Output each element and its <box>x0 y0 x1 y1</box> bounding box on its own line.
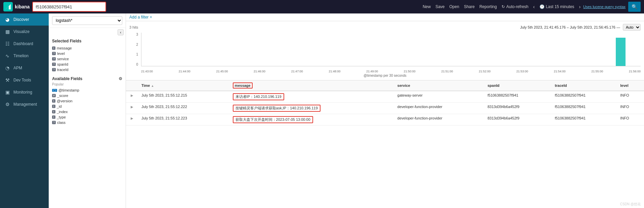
share-button[interactable]: Share <box>464 4 475 9</box>
hits-count: 3 hits <box>129 25 138 29</box>
clock-icon: 🕐 <box>540 4 545 9</box>
available-field-index[interactable]: t _index <box>52 109 122 114</box>
prev-arrow-icon[interactable]: ‹ <box>533 4 535 9</box>
available-field-id[interactable]: t _id <box>52 104 122 109</box>
table-header-traceid[interactable]: traceId <box>551 80 617 91</box>
row-0-time: July 5th 2023, 21:55:12.215 <box>138 91 229 103</box>
compass-icon: ◕ <box>5 17 10 22</box>
table-header-message[interactable]: message <box>229 80 394 91</box>
results-area: Time ▲ message service spanId traceId le… <box>126 80 644 208</box>
selected-fields-title: Selected Fields <box>52 39 122 43</box>
table-body: ▶ July 5th 2023, 21:55:12.215 来访者IP：140.… <box>126 91 644 126</box>
selected-field-level[interactable]: ? level <box>52 51 122 56</box>
interval-select[interactable]: Auto <box>623 24 641 31</box>
available-field-class[interactable]: ? class <box>52 120 122 125</box>
selected-field-spanid[interactable]: ? spanId <box>52 62 122 67</box>
reporting-button[interactable]: Reporting <box>479 4 497 9</box>
management-gear-icon: ⚙ <box>5 102 10 107</box>
selected-field-traceid[interactable]: ? traceId <box>52 67 122 72</box>
row-2-traceid: f51063882507f941 <box>551 114 617 126</box>
available-field-score[interactable]: # _score <box>52 93 122 98</box>
available-fields-gear-icon[interactable]: ⚙ <box>119 76 122 81</box>
selected-fields-section: Selected Fields t message ? level ? serv… <box>49 37 126 74</box>
field-type-q2-icon: ? <box>52 57 56 61</box>
table-header-service[interactable]: service <box>394 80 484 91</box>
field-type-t2-icon: t <box>52 99 55 103</box>
message-highlighted-0: 来访者IP：140.210.196.119 <box>233 93 284 100</box>
expand-row-2-button[interactable]: ▶ <box>129 116 135 120</box>
field-type-q4-icon: ? <box>52 68 56 71</box>
available-field-version[interactable]: t @version <box>52 98 122 104</box>
time-nav-arrows[interactable]: ‹ <box>533 4 535 9</box>
sidebar-item-management[interactable]: ⚙ Management <box>0 98 49 110</box>
sidebar-item-discover[interactable]: ◕ Discover <box>0 13 49 26</box>
next-arrow-icon[interactable]: › <box>579 4 581 9</box>
svg-marker-1 <box>5 6 9 9</box>
field-type-q5-icon: ? <box>52 121 56 124</box>
next-arrow[interactable]: › <box>579 4 581 9</box>
results-table: Time ▲ message service spanId traceId le… <box>126 80 644 126</box>
row-1-service: developer-function-provider <box>394 103 484 114</box>
table-header-spanid[interactable]: spanId <box>484 80 551 91</box>
row-0-spanid: f51063882507f941 <box>484 91 551 103</box>
row-1-spanid: 8313d394b6a452f9 <box>484 103 551 114</box>
search-input[interactable] <box>32 2 106 12</box>
available-field-type[interactable]: t _type <box>52 114 122 120</box>
collapse-panel-button[interactable]: ‹ <box>118 29 124 35</box>
row-1-time: July 5th 2023, 21:55:12.222 <box>138 103 229 114</box>
field-type-t4-icon: t <box>52 110 55 113</box>
chart-area[interactable] <box>141 33 641 66</box>
row-1-level: INFO <box>617 103 644 114</box>
search-button[interactable]: 🔍 <box>628 2 641 12</box>
new-button[interactable]: New <box>423 4 431 9</box>
save-button[interactable]: Save <box>435 4 444 9</box>
row-1-traceid: f51063882507f941 <box>551 103 617 114</box>
popular-label: Popular <box>52 82 122 86</box>
search-bar-wrapper <box>32 2 420 12</box>
sidebar-item-apm[interactable]: ◔ APM <box>0 62 49 74</box>
row-2-level: INFO <box>617 114 644 126</box>
selected-field-service[interactable]: ? service <box>52 56 122 62</box>
sidebar-item-devtools[interactable]: ⚒ Dev Tools <box>0 74 49 86</box>
apm-icon: ◔ <box>5 65 10 71</box>
selected-field-message[interactable]: t message <box>52 45 122 51</box>
grid-icon: ☷ <box>5 41 10 46</box>
row-2-spanid: 8313d394b6a452f9 <box>484 114 551 126</box>
row-2-message: 获取大盘下次开盘时间：2023-07-05 13:00:00 <box>229 114 394 126</box>
chart-container: 3 hits July 5th 2023, 21:41:45.176 – Jul… <box>126 21 644 80</box>
lucene-link[interactable]: Uses lucene query syntax <box>583 5 626 9</box>
chart-header: 3 hits July 5th 2023, 21:41:45.176 – Jul… <box>129 24 641 31</box>
add-filter-button[interactable]: Add a filter + <box>129 15 152 20</box>
chart-y-axis: 3 2 1 0 <box>129 33 139 66</box>
table-header-level[interactable]: level <box>617 80 644 91</box>
sidebar-item-timelion[interactable]: ∿ Timelion <box>0 50 49 62</box>
sort-icon: ▲ <box>151 84 154 88</box>
field-type-t-icon: t <box>52 46 55 50</box>
row-2-time: July 5th 2023, 21:55:12.223 <box>138 114 229 126</box>
row-0-message: 来访者IP：140.210.196.119 <box>229 91 394 103</box>
message-highlighted-2: 获取大盘下次开盘时间：2023-07-05 13:00:00 <box>233 116 313 123</box>
field-type-q3-icon: ? <box>52 63 56 66</box>
row-0-service: gateway-server <box>394 91 484 103</box>
table-header-time[interactable]: Time ▲ <box>138 80 229 91</box>
chart-wrapper: 3 2 1 0 21:43:00 21:44:00 21:45:00 21:46… <box>129 33 641 73</box>
expand-row-1-button[interactable]: ▶ <box>129 105 135 109</box>
open-button[interactable]: Open <box>449 4 459 9</box>
last-time-button[interactable]: 🕐 Last 15 minutes <box>540 4 574 9</box>
chart-x-labels: 21:43:00 21:44:00 21:45:00 21:46:00 21:4… <box>141 70 641 73</box>
field-type-hash-icon: # <box>52 94 56 97</box>
sidebar-item-visualize[interactable]: ▩ Visualize <box>0 26 49 38</box>
chart-bar <box>616 38 626 66</box>
row-0-traceid: f51063882507f941 <box>551 91 617 103</box>
sidebar-item-dashboard[interactable]: ☷ Dashboard <box>0 38 49 50</box>
sidebar-item-monitoring[interactable]: ▣ Monitoring <box>0 86 49 98</box>
time-range-label: July 5th 2023, 21:41:45.176 – July 5th 2… <box>520 25 620 29</box>
table-row: ▶ July 5th 2023, 21:55:12.215 来访者IP：140.… <box>126 91 644 103</box>
field-type-q-icon: ? <box>52 52 56 55</box>
auto-refresh-button[interactable]: ↻ Auto-refresh <box>502 4 528 9</box>
expand-row-0-button[interactable]: ▶ <box>129 94 135 97</box>
watermark: CSDN @想花 <box>620 202 641 207</box>
field-type-t3-icon: t <box>52 105 55 108</box>
available-field-timestamp[interactable]: ◯ @timestamp <box>52 88 122 93</box>
index-pattern-select[interactable]: logstash* <box>52 16 122 25</box>
